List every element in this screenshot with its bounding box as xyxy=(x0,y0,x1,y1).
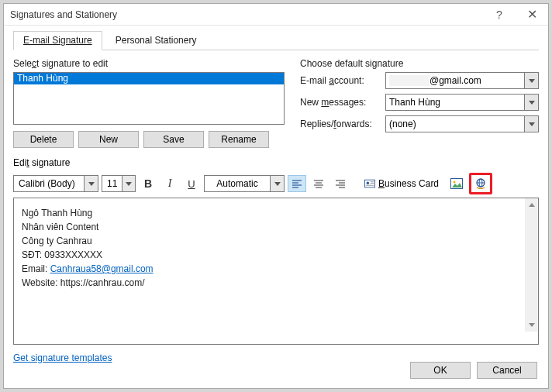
business-card-button[interactable]: Business Card xyxy=(359,175,444,192)
insert-picture-button[interactable] xyxy=(447,175,466,192)
dialog-footer: OK Cancel xyxy=(410,362,537,379)
select-signature-label: Select signature to edit xyxy=(13,58,285,69)
list-item[interactable]: Thanh Hùng xyxy=(14,73,284,84)
svg-point-13 xyxy=(367,181,370,184)
new-messages-value: Thanh Hùng xyxy=(389,97,440,108)
default-signature-group: Choose default signature E-mail account:… xyxy=(300,58,539,148)
email-account-select[interactable]: xx @gmail.com xyxy=(385,72,539,89)
replies-forwards-select[interactable]: (none) xyxy=(385,115,539,132)
email-account-label: E-mail account: xyxy=(300,75,385,86)
sig-line: Nhân viên Content xyxy=(22,220,530,234)
svg-rect-14 xyxy=(371,181,374,182)
chevron-down-icon xyxy=(524,95,538,110)
chevron-down-icon xyxy=(270,176,284,191)
underline-button[interactable]: U xyxy=(182,175,201,192)
tab-strip: E-mail Signature Personal Stationery xyxy=(13,30,539,50)
help-button[interactable]: ? xyxy=(483,4,516,26)
chevron-down-icon xyxy=(524,116,538,132)
replies-forwards-label: Replies/forwards: xyxy=(300,119,385,129)
sig-line: Email: Canhraua58@gmail.com xyxy=(22,262,530,276)
svg-rect-15 xyxy=(371,183,374,184)
chevron-down-icon xyxy=(84,176,98,191)
italic-button[interactable]: I xyxy=(160,175,179,192)
sig-line: Ngô Thanh Hùng xyxy=(22,206,530,220)
delete-button[interactable]: Delete xyxy=(13,131,74,148)
font-select[interactable]: Calibri (Body) xyxy=(13,175,98,192)
title-bar: Signatures and Stationery ? ✕ xyxy=(4,4,548,26)
chevron-down-icon xyxy=(122,176,135,191)
rename-button[interactable]: Rename xyxy=(209,131,269,148)
new-button[interactable]: New xyxy=(78,131,139,148)
svg-rect-16 xyxy=(366,185,374,186)
font-size-select[interactable]: 11 xyxy=(102,175,136,192)
new-messages-select[interactable]: Thanh Hùng xyxy=(385,94,539,111)
dialog-body: E-mail Signature Personal Stationery Sel… xyxy=(4,26,548,373)
picture-icon xyxy=(450,178,463,189)
business-card-icon xyxy=(364,179,375,188)
sig-line: Website: https://canhrau.com/ xyxy=(22,276,530,290)
bold-button[interactable]: B xyxy=(139,175,157,192)
sig-line: Công ty Canhrau xyxy=(22,234,530,248)
replies-forwards-value: (none) xyxy=(389,119,416,129)
insert-hyperlink-button[interactable] xyxy=(471,175,490,192)
editor-container: Ngô Thanh Hùng Nhân viên Content Công ty… xyxy=(13,198,539,345)
new-messages-label: New messages: xyxy=(300,97,385,108)
dialog-window: Signatures and Stationery ? ✕ E-mail Sig… xyxy=(3,3,549,389)
default-signature-label: Choose default signature xyxy=(300,58,539,69)
font-color-select[interactable]: Automatic xyxy=(204,175,285,192)
close-button[interactable]: ✕ xyxy=(516,4,548,26)
chevron-down-icon xyxy=(524,73,538,88)
scrollbar[interactable] xyxy=(525,198,538,332)
tab-personal-stationery[interactable]: Personal Stationery xyxy=(105,31,207,50)
align-left-button[interactable] xyxy=(288,175,306,192)
scroll-up-icon[interactable] xyxy=(525,198,538,211)
tab-email-signature[interactable]: E-mail Signature xyxy=(13,31,102,50)
sig-email-link[interactable]: Canhraua58@gmail.com xyxy=(50,263,154,274)
scroll-down-icon[interactable] xyxy=(525,318,538,332)
cancel-button[interactable]: Cancel xyxy=(477,362,537,379)
select-signature-group: Select signature to edit Thanh Hùng Dele… xyxy=(13,58,285,148)
format-toolbar: Calibri (Body) 11 B I U Automatic xyxy=(13,171,539,196)
get-templates-link[interactable]: Get signature templates xyxy=(13,352,112,363)
edit-signature-label: Edit signature xyxy=(13,157,539,168)
signature-buttons: Delete New Save Rename xyxy=(13,131,285,148)
hyperlink-icon xyxy=(474,178,487,189)
svg-point-18 xyxy=(454,181,456,184)
email-account-value: @gmail.com xyxy=(430,75,481,86)
save-button[interactable]: Save xyxy=(143,131,204,148)
window-title: Signatures and Stationery xyxy=(10,9,483,20)
upper-section: Select signature to edit Thanh Hùng Dele… xyxy=(13,58,539,148)
highlight-hyperlink xyxy=(469,173,492,194)
signature-list[interactable]: Thanh Hùng xyxy=(13,72,285,125)
sig-line: SĐT: 0933XXXXXX xyxy=(22,248,530,262)
ok-button[interactable]: OK xyxy=(410,362,471,379)
align-right-button[interactable] xyxy=(331,175,350,192)
signature-editor[interactable]: Ngô Thanh Hùng Nhân viên Content Công ty… xyxy=(13,198,539,345)
align-center-button[interactable] xyxy=(309,175,328,192)
